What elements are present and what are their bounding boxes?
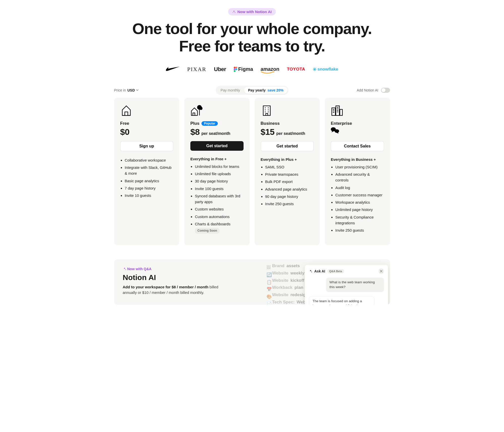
- plan-price: $0: [120, 127, 130, 137]
- feature-item: Invite 250 guests: [335, 227, 384, 233]
- popular-badge: Popular: [201, 121, 218, 126]
- plan-name: Plus: [190, 121, 199, 126]
- feature-item: Charts & dashboards Coming Soon: [195, 221, 244, 234]
- svg-rect-10: [340, 109, 342, 115]
- figma-logo: Figma: [234, 66, 253, 72]
- feature-item: Unlimited file uploads: [195, 171, 244, 177]
- svg-point-1: [235, 67, 237, 68]
- plan-card-enterprise: Enterprise Contact Sales Everything in B…: [325, 98, 390, 245]
- plan-name: Enterprise: [331, 121, 352, 126]
- feature-item: Bulk PDF export: [265, 179, 314, 184]
- svg-point-12: [335, 129, 339, 133]
- includes-header: Everything in Business +: [331, 157, 384, 162]
- feature-item: Invite 100 guests: [195, 186, 244, 192]
- pixar-logo: PIXAR: [187, 66, 206, 73]
- feature-item: Integrate with Slack, GitHub & more: [125, 165, 173, 176]
- feature-item: 30 day page history: [195, 178, 244, 184]
- pay-monthly-tab[interactable]: Pay monthly: [217, 87, 244, 94]
- feature-item: Security & Compliance integrations: [335, 214, 384, 226]
- plan-price: $8: [190, 127, 200, 137]
- get-started-button[interactable]: Get started: [190, 141, 244, 151]
- ai-badge: Now with Notion AI: [228, 8, 276, 15]
- pay-yearly-tab[interactable]: Pay yearly save 20%: [244, 87, 287, 94]
- billing-toggle[interactable]: Pay monthly Pay yearly save 20%: [216, 86, 288, 95]
- feature-item: Invite 250 guests: [265, 201, 314, 207]
- toyota-logo: TOYOTA: [287, 67, 305, 72]
- feature-item: Advanced security & controls: [335, 171, 384, 183]
- ai-body: Add to your workspace for $8 / member / …: [123, 284, 229, 296]
- feature-item: Synced databases with 3rd party apps: [195, 193, 244, 205]
- feature-item: Customer success manager: [335, 192, 384, 198]
- plan-price: $15: [261, 127, 275, 137]
- page-title: One tool for your whole company. Free fo…: [114, 20, 390, 55]
- feature-item: Basic page analytics: [125, 178, 173, 184]
- includes-header: Everything in Free +: [190, 157, 244, 161]
- feature-item: SAML SSO: [265, 164, 314, 170]
- plan-card-plus: Plus Popular $8 per seat/month Get start…: [184, 98, 250, 245]
- feature-item: Advanced page analytics: [265, 186, 314, 192]
- sparkle-icon: [232, 10, 236, 14]
- chevron-down-icon: [136, 89, 139, 91]
- feature-item: Custom automations: [195, 214, 244, 220]
- ai-title: Notion AI: [123, 273, 260, 282]
- get-started-button[interactable]: Get started: [261, 141, 314, 151]
- house-icon: [120, 104, 132, 116]
- feature-item: Private teamspaces: [265, 171, 314, 177]
- snowflake-logo: snowflake: [313, 67, 338, 72]
- includes-header: Everything in Plus +: [261, 157, 314, 162]
- currency-selector[interactable]: Price in USD: [114, 88, 139, 92]
- contact-sales-button[interactable]: Contact Sales: [331, 141, 384, 151]
- house-tree-icon: [190, 104, 202, 116]
- add-notion-ai-label: Add Notion AI: [357, 88, 378, 92]
- svg-rect-8: [332, 108, 335, 115]
- svg-point-2: [234, 68, 235, 70]
- feature-item: Audit log: [335, 185, 384, 191]
- signup-button[interactable]: Sign up: [120, 141, 173, 151]
- svg-point-4: [234, 70, 235, 72]
- ask-ai-chat-card: Ask AI Q&A Beta What is the web team wor…: [305, 265, 388, 305]
- feature-item: 90 day page history: [265, 194, 314, 199]
- chat-title: Ask AI: [314, 269, 325, 273]
- uber-logo: Uber: [214, 66, 226, 73]
- feature-item: Workspace analytics: [335, 199, 384, 205]
- feature-item: User provisioning (SCIM): [335, 164, 384, 170]
- plan-card-business: Business $15 per seat/month Get started …: [255, 98, 320, 245]
- coming-soon-badge: Coming Soon: [195, 228, 220, 234]
- plan-unit: per seat/month: [276, 131, 305, 136]
- amazon-logo: amazon: [261, 66, 279, 72]
- nike-logo: [166, 67, 180, 72]
- plan-unit: per seat/month: [201, 131, 230, 136]
- qa-badge: Now with Q&A: [123, 267, 152, 271]
- close-button[interactable]: [378, 268, 384, 274]
- sparkle-icon: [309, 269, 312, 273]
- plan-name: Business: [261, 121, 280, 126]
- beta-badge: Q&A Beta: [327, 269, 344, 273]
- sparkle-icon: [123, 267, 126, 271]
- svg-point-3: [235, 68, 237, 70]
- building-icon: [261, 104, 273, 116]
- feature-item: Collaborative workspace: [125, 157, 173, 163]
- plan-name: Free: [120, 121, 129, 126]
- feature-item: Invite 10 guests: [125, 193, 173, 198]
- customer-logos: PIXAR Uber Figma amazon TOYOTA snowflake: [114, 66, 390, 73]
- svg-rect-7: [263, 106, 270, 115]
- feature-item: 7 day page history: [125, 185, 173, 191]
- feature-item: Custom websites: [195, 206, 244, 212]
- svg-point-6: [200, 107, 202, 110]
- skyline-icon: [331, 104, 343, 116]
- notion-ai-section: Now with Q&A Notion AI Add to your works…: [114, 259, 390, 305]
- chat-user-message: What is the web team working this week?: [326, 277, 384, 292]
- add-notion-ai-toggle[interactable]: [381, 88, 390, 93]
- close-icon: [380, 270, 382, 272]
- feature-item: Unlimited page history: [335, 207, 384, 212]
- chat-assistant-message: The team is focused on adding a homepage…: [309, 296, 374, 305]
- chat-bubbles-icon: [331, 127, 339, 134]
- feature-item: Unlimited blocks for teams: [195, 164, 244, 169]
- plan-card-free: Free $0 Sign up Collaborative workspace …: [114, 98, 180, 245]
- svg-point-0: [234, 67, 235, 68]
- ghost-page-list: 🖼Brand assets 🔄Website weekly sy 📋Websit…: [266, 262, 310, 305]
